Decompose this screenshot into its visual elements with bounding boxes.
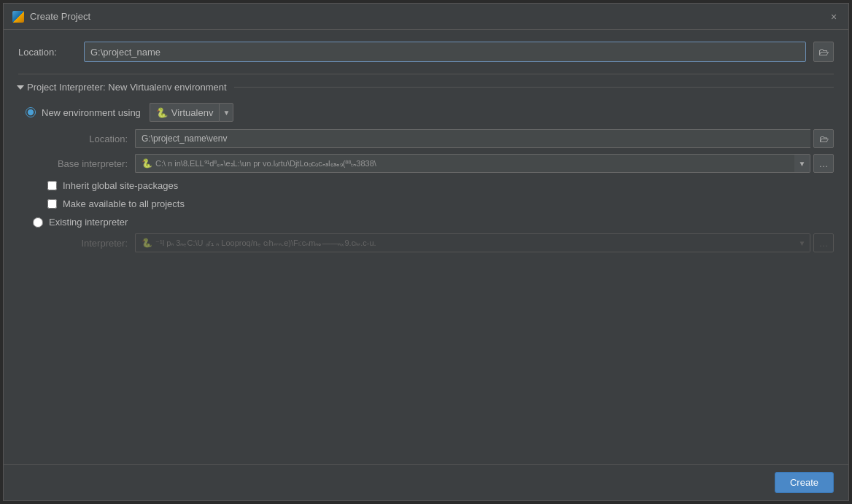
new-env-radio-row: New environment using 🐍 Virtualenv ▼ xyxy=(26,103,834,122)
section-title: Project Interpreter: New Virtualenv envi… xyxy=(27,82,227,93)
venv-location-browse[interactable]: 🗁 xyxy=(813,129,834,148)
existing-interpreter-label: Existing interpreter xyxy=(49,217,128,228)
existing-interpreter-input: 🐍 ⁻¹l pₙ 3ₙₑC:\U ₐr₁ ₙ Looproq/nₑ cₗhₙ-ₙ… xyxy=(135,233,794,252)
interpreter-field-label: Interpreter: xyxy=(47,238,128,249)
location-input[interactable] xyxy=(84,42,806,62)
venv-location-combo: G:\project_name\venv 🗁 xyxy=(135,129,834,148)
close-button[interactable]: × xyxy=(828,11,840,23)
dialog-title: Create Project xyxy=(30,11,90,22)
make-available-checkbox[interactable] xyxy=(47,199,57,209)
venv-location-input[interactable]: G:\project_name\venv xyxy=(135,129,810,148)
existing-interpreter-radio-row: Existing interpreter xyxy=(33,217,834,228)
inherit-checkbox-row: Inherit global site-packages xyxy=(26,180,834,191)
existing-interpreter-row: Interpreter: 🐍 ⁻¹l pₙ 3ₙₑC:\U ₐr₁ ₙ Loop… xyxy=(33,233,834,252)
base-interp-python-icon: 🐍 xyxy=(142,158,152,168)
interpreter-section-header: Project Interpreter: New Virtualenv envi… xyxy=(18,74,834,93)
new-env-fields: Location: G:\project_name\venv 🗁 Base in… xyxy=(26,129,834,173)
title-bar: Create Project × xyxy=(4,4,848,30)
section-toggle-icon[interactable] xyxy=(17,85,24,90)
dialog-footer: Create xyxy=(4,464,848,500)
create-project-dialog: Create Project × Location: 🗁 Project Int… xyxy=(3,3,849,501)
env-dropdown: 🐍 Virtualenv ▼ xyxy=(150,103,234,122)
interpreter-section: New environment using 🐍 Virtualenv ▼ Loc… xyxy=(18,103,834,252)
existing-interpreter-combo: 🐍 ⁻¹l pₙ 3ₙₑC:\U ₐr₁ ₙ Looproq/nₑ cₗhₙ-ₙ… xyxy=(135,233,834,252)
make-available-label: Make available to all projects xyxy=(63,198,185,209)
existing-interpreter-browse: … xyxy=(813,233,834,252)
title-bar-left: Create Project xyxy=(12,11,90,23)
virtualenv-python-icon: 🐍 xyxy=(156,107,168,118)
new-env-label: New environment using xyxy=(42,107,141,118)
location-label: Location: xyxy=(18,47,77,58)
base-interpreter-row: Base interpreter: 🐍 C:\ n in\8.ELL⁹¹d⁸ₑₙ… xyxy=(47,154,834,173)
base-interpreter-combo: 🐍 C:\ n in\8.ELL⁹¹d⁸ₑₙ\e₂L:\un pr vo.l₀r… xyxy=(135,154,834,173)
env-type-label: Virtualenv xyxy=(171,107,214,118)
section-divider xyxy=(234,87,834,88)
venv-location-label: Location: xyxy=(47,133,128,144)
new-env-radio[interactable] xyxy=(26,107,36,117)
location-browse-button[interactable]: 🗁 xyxy=(813,42,834,62)
top-location-row: Location: 🗁 xyxy=(18,42,834,62)
venv-location-row: Location: G:\project_name\venv 🗁 xyxy=(47,129,834,148)
folder-icon: 🗁 xyxy=(818,46,829,58)
base-interpreter-label: Base interpreter: xyxy=(47,158,128,169)
env-type-arrow[interactable]: ▼ xyxy=(219,103,233,122)
dialog-body: Location: 🗁 Project Interpreter: New Vir… xyxy=(4,30,848,464)
inherit-label: Inherit global site-packages xyxy=(63,180,178,191)
base-interpreter-arrow[interactable]: ▼ xyxy=(794,154,810,173)
existing-interpreter-arrow: ▼ xyxy=(794,233,810,252)
base-interpreter-input[interactable]: 🐍 C:\ n in\8.ELL⁹¹d⁸ₑₙ\e₂L:\un pr vo.l₀r… xyxy=(135,154,794,173)
base-interpreter-browse[interactable]: … xyxy=(813,154,834,173)
existing-interpreter-radio[interactable] xyxy=(33,217,43,228)
make-available-checkbox-row: Make available to all projects xyxy=(26,198,834,209)
create-button[interactable]: Create xyxy=(775,472,834,493)
existing-interpreter-section: Existing interpreter Interpreter: 🐍 ⁻¹l … xyxy=(26,217,834,252)
inherit-checkbox[interactable] xyxy=(47,181,57,190)
env-type-button[interactable]: 🐍 Virtualenv xyxy=(150,103,220,122)
app-icon xyxy=(12,11,24,23)
existing-python-icon: 🐍 xyxy=(142,238,152,248)
